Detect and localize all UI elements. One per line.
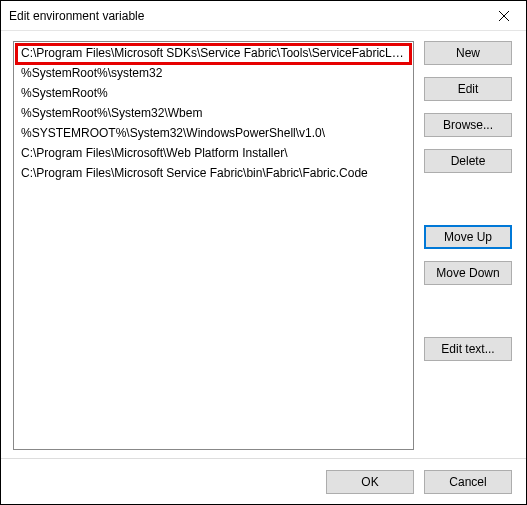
side-buttons: New Edit Browse... Delete Move Up Move D… [424, 41, 514, 450]
list-item[interactable]: C:\Program Files\Microsoft SDKs\Service … [15, 43, 412, 63]
ok-button[interactable]: OK [326, 470, 414, 494]
close-button[interactable] [481, 1, 526, 30]
edit-button[interactable]: Edit [424, 77, 512, 101]
move-up-button[interactable]: Move Up [424, 225, 512, 249]
list-item[interactable]: %SYSTEMROOT%\System32\WindowsPowerShell\… [15, 123, 412, 143]
move-down-button[interactable]: Move Down [424, 261, 512, 285]
cancel-button[interactable]: Cancel [424, 470, 512, 494]
list-item[interactable]: %SystemRoot% [15, 83, 412, 103]
dialog-window: Edit environment variable C:\Program Fil… [0, 0, 527, 505]
new-button[interactable]: New [424, 41, 512, 65]
dialog-footer: OK Cancel [1, 458, 526, 504]
list-item[interactable]: C:\Program Files\Microsoft Service Fabri… [15, 163, 412, 183]
browse-button[interactable]: Browse... [424, 113, 512, 137]
titlebar: Edit environment variable [1, 1, 526, 31]
list-item[interactable]: C:\Program Files\Microsoft\Web Platform … [15, 143, 412, 163]
dialog-content: C:\Program Files\Microsoft SDKs\Service … [1, 31, 526, 458]
edit-text-button[interactable]: Edit text... [424, 337, 512, 361]
spacer [424, 297, 514, 337]
close-icon [499, 11, 509, 21]
list-item[interactable]: %SystemRoot%\system32 [15, 63, 412, 83]
path-list[interactable]: C:\Program Files\Microsoft SDKs\Service … [13, 41, 414, 450]
list-item[interactable]: %SystemRoot%\System32\Wbem [15, 103, 412, 123]
window-title: Edit environment variable [9, 9, 144, 23]
spacer [424, 185, 514, 225]
delete-button[interactable]: Delete [424, 149, 512, 173]
